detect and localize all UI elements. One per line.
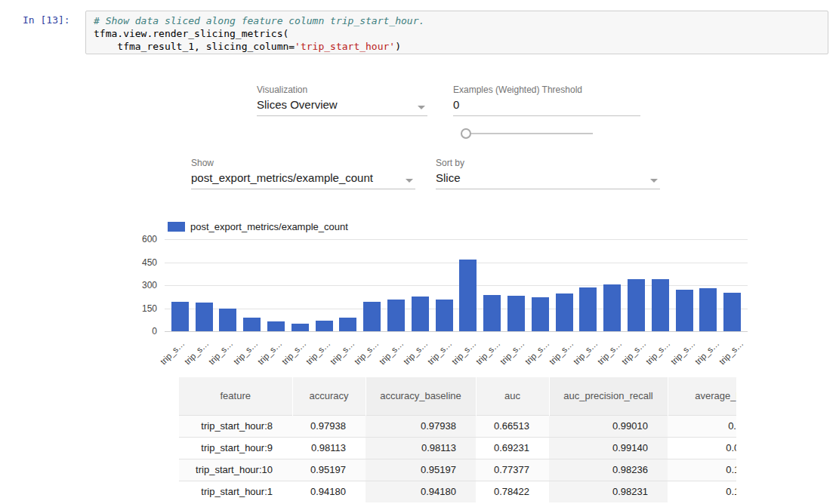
bar [316, 321, 333, 331]
bar [579, 287, 597, 331]
metric-cell: 0.95197 [292, 459, 366, 481]
metric-cell: 0.1111 [668, 415, 736, 437]
bar [652, 279, 669, 331]
visualization-dropdown[interactable]: Slices Overview [257, 98, 427, 116]
gridline [165, 331, 748, 332]
feature-cell: trip_start_hour:8 [179, 415, 292, 437]
metric-cell: 0.77377 [476, 459, 549, 481]
metrics-table-container: featureaccuracyaccuracy_baselineaucauc_p… [179, 377, 736, 504]
y-tick-label: 150 [128, 303, 157, 314]
bar [459, 260, 477, 331]
show-label: Show [191, 158, 214, 168]
metric-cell: 0.0892 [668, 437, 736, 459]
bar [483, 295, 501, 331]
bar [291, 324, 309, 331]
metric-cell: 0.1901 [668, 481, 736, 502]
y-tick-label: 450 [128, 257, 157, 268]
bar [412, 297, 429, 331]
bar [603, 284, 621, 331]
column-header: feature [179, 377, 292, 415]
code-cell[interactable]: # Show data sliced along feature column … [85, 11, 828, 54]
column-header: average_los [668, 377, 736, 415]
metric-cell: 0.98113 [366, 437, 476, 459]
metric-cell: 0.94180 [366, 481, 476, 502]
bar [532, 297, 549, 331]
table-row: trip_start_hour:80.979380.979380.665130.… [179, 415, 736, 437]
column-header: auc_precision_recall [549, 377, 668, 415]
bar [699, 288, 717, 331]
metric-cell: 0.99010 [549, 415, 668, 437]
code-string: 'trip_start_hour' [295, 41, 395, 52]
bar [243, 318, 261, 331]
table-body: trip_start_hour:80.979380.979380.665130.… [179, 415, 736, 502]
show-dropdown[interactable]: post_export_metrics/example_count [191, 171, 415, 189]
bar-chart: 6004503001500 [128, 239, 749, 331]
metrics-table: featureaccuracyaccuracy_baselineaucauc_p… [179, 377, 736, 502]
metric-cell: 0.69231 [476, 437, 549, 459]
sort-dropdown[interactable]: Slice [436, 171, 660, 189]
bar [363, 302, 381, 331]
metric-cell: 0.98113 [292, 437, 366, 459]
metric-cell: 0.98231 [549, 481, 668, 502]
feature-cell: trip_start_hour:1 [179, 481, 292, 502]
code-line3: tfma_result_1, slicing_column='trip_star… [94, 41, 401, 52]
bar [507, 296, 525, 331]
bars [165, 239, 748, 331]
feature-cell: trip_start_hour:9 [179, 437, 292, 459]
bar [676, 290, 693, 331]
x-axis-labels: trip_s…trip_s…trip_s…trip_s…trip_s…trip_… [165, 337, 748, 363]
chevron-down-icon [650, 179, 658, 183]
legend-label: post_export_metrics/example_count [190, 221, 348, 232]
column-header: auc [476, 377, 549, 415]
plot-area [165, 239, 748, 331]
table-row: trip_start_hour:100.951970.951970.773770… [179, 459, 736, 481]
threshold-value: 0 [453, 98, 459, 111]
code-comment: # Show data sliced along feature column … [94, 15, 424, 26]
sort-label: Sort by [436, 158, 464, 168]
legend-swatch [168, 222, 185, 232]
cell-prompt: In [13]: [23, 14, 83, 26]
metric-cell: 0.98236 [549, 459, 668, 481]
metric-cell: 0.97938 [366, 415, 476, 437]
bar [219, 309, 236, 331]
metric-cell: 0.78422 [476, 481, 549, 502]
sort-value: Slice [436, 171, 461, 184]
bar [339, 318, 356, 331]
show-value: post_export_metrics/example_count [191, 171, 373, 184]
metric-cell: 0.99140 [549, 437, 668, 459]
threshold-slider-track[interactable] [471, 133, 593, 134]
table-row: trip_start_hour:10.941800.941800.784220.… [179, 481, 736, 502]
bar [267, 321, 285, 331]
bar [171, 302, 189, 331]
metric-cell: 0.97938 [292, 415, 366, 437]
y-tick-label: 300 [128, 280, 157, 290]
threshold-label: Examples (Weighted) Threshold [453, 85, 582, 95]
y-tick-label: 600 [128, 234, 157, 244]
chevron-down-icon [406, 179, 413, 183]
code-line2: tfma.view.render_slicing_metrics( [94, 28, 288, 39]
threshold-slider-knob[interactable] [461, 128, 471, 139]
bar [387, 300, 405, 331]
metric-cell: 0.94180 [292, 481, 366, 502]
column-header: accuracy [292, 377, 366, 415]
visualization-value: Slices Overview [257, 98, 338, 111]
bar [723, 293, 741, 331]
threshold-input[interactable]: 0 [453, 98, 640, 116]
bar [436, 300, 453, 331]
metric-cell: 0.95197 [366, 459, 476, 481]
y-tick-label: 0 [128, 326, 157, 337]
visualization-label: Visualization [257, 85, 307, 95]
bar [556, 293, 573, 331]
feature-cell: trip_start_hour:10 [179, 459, 292, 481]
table-header-row: featureaccuracyaccuracy_baselineaucauc_p… [179, 377, 736, 415]
metric-cell: 0.66513 [476, 415, 549, 437]
bar [628, 279, 645, 331]
table-row: trip_start_hour:90.981130.981130.692310.… [179, 437, 736, 459]
chevron-down-icon [418, 106, 425, 109]
column-header: accuracy_baseline [366, 377, 476, 415]
metric-cell: 0.1541 [668, 459, 736, 481]
bar [196, 303, 213, 331]
